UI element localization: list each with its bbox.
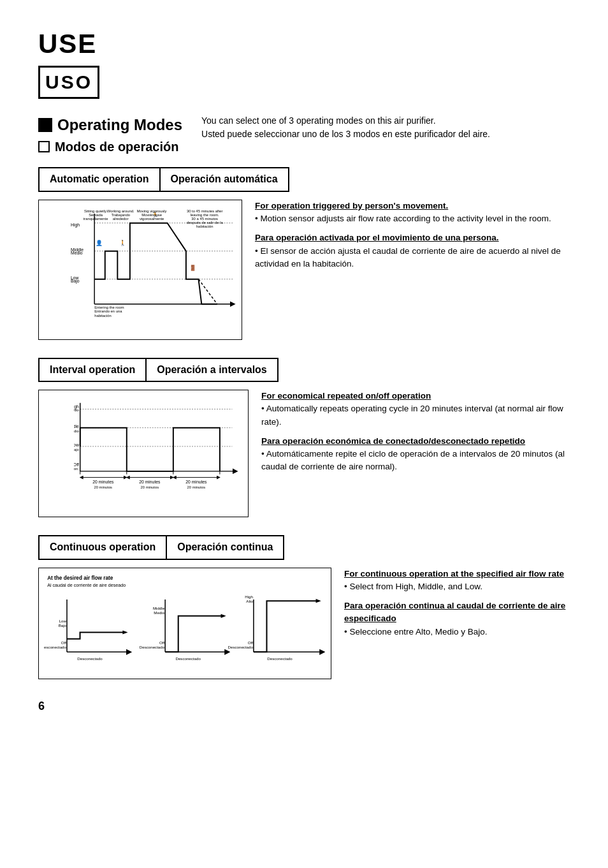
svg-text:20 minutes: 20 minutes <box>185 480 207 485</box>
svg-text:tranquilamente: tranquilamente <box>83 217 108 221</box>
svg-text:Desconectado: Desconectado <box>44 645 67 649</box>
continuous-heading: For continuous operation at the specifie… <box>344 569 564 578</box>
interval-diagram: High Alto High Alto Middle Medio Low Baj… <box>38 390 249 517</box>
svg-text:Medio: Medio <box>154 610 164 614</box>
svg-text:Desconectado: Desconectado <box>77 656 103 660</box>
svg-text:Desconectado: Desconectado <box>228 645 254 649</box>
svg-text:Low: Low <box>59 619 67 623</box>
auto-bullet-1-es: El sensor de acción ajusta el caudal de … <box>255 245 576 271</box>
svg-text:20 minutos: 20 minutos <box>141 485 159 489</box>
continuous-operation-section: Continuous operation Operación continua … <box>38 535 576 679</box>
interval-bullet-1-en: Automatically repeats operating cycle in… <box>261 402 576 429</box>
interval-bullet-1-es: Automáticamente repite el ciclo de opera… <box>261 448 576 474</box>
svg-text:Middle: Middle <box>74 424 79 429</box>
operating-modes-title-en: Operating Modes <box>57 114 182 136</box>
svg-text:Al caudal de corriente de aire: Al caudal de corriente de aire deseado <box>47 582 126 587</box>
svg-text:🚪: 🚪 <box>189 264 196 272</box>
svg-text:20 minutes: 20 minutes <box>92 480 114 485</box>
continuous-description: For continuous operation at the specifie… <box>344 568 576 641</box>
svg-text:Entering the room: Entering the room <box>94 305 124 309</box>
operating-modes-desc-en: You can select one of 3 operating modes … <box>201 114 576 128</box>
svg-text:Descon.: Descon. <box>74 467 79 471</box>
interval-eco-heading: For economical repeated on/off operation <box>261 391 431 401</box>
operating-modes-desc-es: Usted puede seleccionar uno de los 3 mod… <box>201 128 576 141</box>
page-title-es: USO <box>38 66 99 99</box>
continuous-bullet-1-en: Select from High, Middle, and Low. <box>344 580 576 593</box>
svg-text:habitación: habitación <box>196 224 214 228</box>
svg-marker-64 <box>122 630 127 634</box>
svg-text:Alto: Alto <box>246 599 253 603</box>
section-heading: Operating Modes Modos de operación You c… <box>38 114 576 156</box>
svg-text:Off: Off <box>61 640 66 645</box>
svg-text:Alto: Alto <box>74 409 79 413</box>
auto-trigger-heading: For operation triggered by person's move… <box>255 201 448 210</box>
svg-text:At the desired air flow rate: At the desired air flow rate <box>47 575 113 581</box>
svg-text:20 minutos: 20 minutos <box>187 485 206 489</box>
svg-text:habitación: habitación <box>94 314 112 318</box>
subtitle-icon <box>38 141 50 152</box>
svg-text:Medio: Medio <box>74 429 79 433</box>
svg-text:Bajo: Bajo <box>74 448 79 452</box>
continuous-bullet-1-es: Seleccione entre Alto, Medio y Bajo. <box>344 626 576 638</box>
auto-bullet-1-en: Motion sensor adjusts air flow rate acco… <box>255 212 576 225</box>
svg-text:👤: 👤 <box>96 239 103 247</box>
page-title-en: USE <box>38 26 576 63</box>
svg-text:Bajo: Bajo <box>59 623 67 628</box>
interval-spanish-heading: Para operación económica de conectado/de… <box>261 436 525 446</box>
svg-text:Off: Off <box>248 640 253 645</box>
svg-text:vigorosamente: vigorosamente <box>140 217 164 221</box>
auto-spanish-heading: Para operación activada por el movimient… <box>255 233 499 242</box>
svg-text:High: High <box>71 222 80 227</box>
automatic-label-en: Automatic operation <box>38 167 161 191</box>
svg-text:Desconectado: Desconectado <box>267 656 293 660</box>
svg-text:alrededor: alrededor <box>113 217 129 221</box>
automatic-diagram: High Middle Medio Low Bajo <box>38 200 242 340</box>
page-number: 6 <box>38 698 576 714</box>
svg-text:Desconectado: Desconectado <box>140 645 165 649</box>
interval-label-es: Operación a intervalos <box>147 358 279 382</box>
operating-modes-title-es: Modos de operación <box>55 138 178 156</box>
svg-text:Entrando en una: Entrando en una <box>94 309 122 313</box>
interval-description: For economical repeated on/off operation… <box>261 390 576 476</box>
continuous-diagram: At the desired air flow rate Al caudal d… <box>38 568 331 679</box>
svg-text:Off: Off <box>159 640 164 645</box>
interval-label-en: Interval operation <box>38 358 147 382</box>
automatic-label-es: Operación automática <box>161 167 289 191</box>
continuous-label-en: Continuous operation <box>38 535 167 559</box>
svg-text:20 minutos: 20 minutos <box>94 485 113 489</box>
heading-square-icon <box>38 118 52 132</box>
interval-operation-section: Interval operation Operación a intervalo… <box>38 358 576 517</box>
svg-text:Bajo: Bajo <box>71 278 80 283</box>
svg-text:Desconectado: Desconectado <box>175 656 201 660</box>
automatic-description: For operation triggered by person's move… <box>255 200 576 273</box>
svg-text:High: High <box>245 594 253 599</box>
automatic-operation-section: Automatic operation Operación automática… <box>38 167 576 339</box>
svg-text:Middle: Middle <box>153 605 165 610</box>
svg-text:Low: Low <box>74 443 79 447</box>
svg-text:20 minutes: 20 minutes <box>139 480 161 485</box>
svg-marker-72 <box>221 614 226 617</box>
svg-text:🚶: 🚶 <box>119 239 126 247</box>
svg-marker-80 <box>316 599 321 603</box>
continuous-label-es: Operación continua <box>167 535 284 559</box>
svg-text:Medio: Medio <box>71 250 83 254</box>
continuous-spanish-heading: Para operación continua al caudal de cor… <box>344 601 565 623</box>
